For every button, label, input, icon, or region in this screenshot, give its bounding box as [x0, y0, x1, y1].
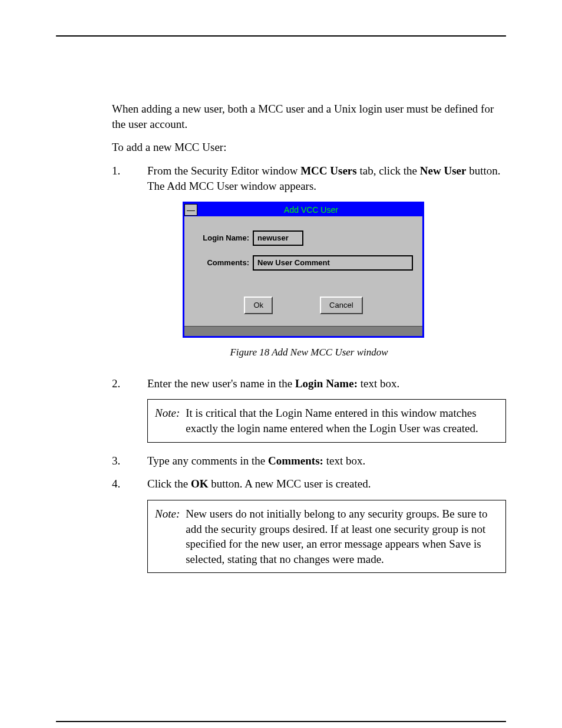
intro-paragraph-1: When adding a new user, both a MCC user …: [112, 101, 506, 131]
header-rule: [56, 35, 506, 37]
step-1-bold-1: MCC Users: [300, 164, 357, 177]
step-2: 2. Enter the new user's name in the Logi…: [112, 376, 506, 391]
intro-paragraph-2: To add a new MCC User:: [112, 140, 506, 155]
step-3-bold: Comments:: [268, 454, 323, 467]
dialog-titlebar: — Add VCC User: [184, 203, 422, 216]
login-name-label: Login Name:: [194, 233, 253, 243]
figure-caption: Figure 18 Add New MCC User window: [112, 346, 506, 360]
dialog-title: Add VCC User: [200, 205, 422, 216]
step-4-pre: Click the: [147, 477, 191, 490]
add-vcc-user-dialog: — Add VCC User Login Name: newuser Comme…: [183, 202, 424, 338]
ok-button[interactable]: Ok: [244, 297, 273, 314]
note-1-lead: Note:: [155, 406, 180, 436]
comments-field[interactable]: New User Comment: [253, 255, 413, 271]
system-menu-icon[interactable]: —: [184, 204, 197, 216]
note-box-2: Note: New users do not initially belong …: [147, 500, 506, 574]
step-1: 1. From the Security Editor window MCC U…: [112, 163, 506, 193]
step-3-pre: Type any comments in the: [147, 454, 268, 467]
step-3-text: Type any comments in the Comments: text …: [147, 453, 506, 469]
step-4-bold: OK: [191, 477, 209, 490]
note-1-text: It is critical that the Login Name enter…: [186, 406, 498, 436]
note-2-text: New users do not initially belong to any…: [186, 506, 498, 567]
step-1-number: 1.: [112, 163, 147, 193]
step-2-pre: Enter the new user's name in the: [147, 377, 295, 390]
step-4-post: button. A new MCC user is created.: [208, 477, 371, 490]
note-box-1: Note: It is critical that the Login Name…: [147, 399, 506, 442]
step-1-pre: From the Security Editor window: [147, 164, 300, 177]
step-3: 3. Type any comments in the Comments: te…: [112, 453, 506, 469]
step-4-text: Click the OK button. A new MCC user is c…: [147, 476, 506, 492]
dialog-status-bar: [184, 326, 422, 336]
step-2-text: Enter the new user's name in the Login N…: [147, 376, 506, 391]
step-4-number: 4.: [112, 476, 147, 492]
cancel-button[interactable]: Cancel: [320, 297, 362, 314]
note-2-lead: Note:: [155, 506, 180, 567]
step-1-mid: tab, click the: [357, 164, 420, 177]
step-4: 4. Click the OK button. A new MCC user i…: [112, 476, 506, 492]
step-1-text: From the Security Editor window MCC User…: [147, 163, 506, 193]
step-3-number: 3.: [112, 453, 147, 469]
step-2-bold: Login Name:: [295, 377, 358, 390]
step-1-bold-2: New User: [420, 164, 467, 177]
step-2-post: text box.: [358, 377, 399, 390]
comments-label: Comments:: [194, 258, 253, 268]
login-name-field[interactable]: newuser: [253, 230, 303, 246]
step-2-number: 2.: [112, 376, 147, 391]
footer-rule: [56, 721, 506, 722]
step-3-post: text box.: [323, 454, 365, 467]
